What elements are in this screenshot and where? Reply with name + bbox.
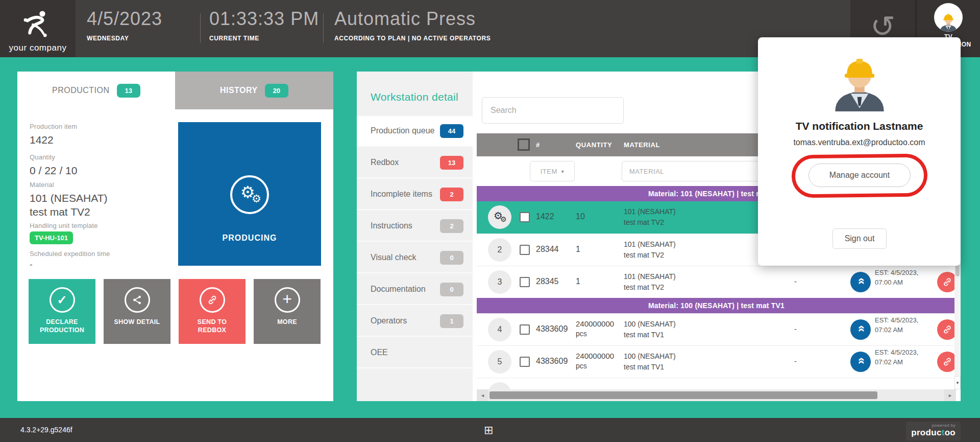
row-number-badge: 3 bbox=[488, 270, 511, 294]
material-value-name: test mat TV2 bbox=[30, 206, 90, 218]
row-estimate: EST: 4/5/2023, 07:02 AM bbox=[875, 316, 922, 335]
sidebar-item-oee[interactable]: OEE bbox=[357, 338, 473, 368]
brand-name: productoo bbox=[911, 428, 955, 438]
table-row[interactable]: 5 4383609 240000000pcs 100 (NESAHAT)test… bbox=[477, 345, 956, 378]
row-checkbox[interactable] bbox=[520, 245, 530, 255]
footer-bar: 4.3.2+29.g5246f ⊞ powered by productoo bbox=[0, 418, 980, 442]
row-number-badge: 2 bbox=[488, 238, 511, 262]
row-material: 101 (NESAHAT)test mat TV2 bbox=[624, 206, 676, 228]
quantity-value: 0 / 22 / 10 bbox=[30, 165, 77, 177]
double-chevron-up-icon: » bbox=[854, 357, 867, 364]
row-quantity: 240000000pcs bbox=[576, 319, 614, 338]
company-logo[interactable]: your company bbox=[0, 0, 76, 57]
search-input[interactable] bbox=[482, 97, 624, 124]
row-estimate: EST: 4/5/2023, 07:00 AM bbox=[875, 268, 922, 288]
select-all-checkbox[interactable] bbox=[518, 138, 530, 151]
horizontal-scrollbar[interactable]: ◄ ► bbox=[477, 389, 956, 401]
popup-user-email: tomas.ventruba.ext@productoo.com bbox=[758, 138, 961, 147]
row-item-number: 28345 bbox=[536, 277, 559, 286]
tab-history[interactable]: HISTORY 20 bbox=[175, 72, 333, 109]
more-button[interactable]: + MORE bbox=[254, 279, 321, 344]
link-icon bbox=[200, 287, 225, 313]
row-checkbox[interactable] bbox=[520, 277, 530, 287]
check-icon: ✓ bbox=[50, 287, 75, 313]
sidebar-item-production-queue[interactable]: Production queue 44 bbox=[357, 116, 473, 147]
declare-production-button[interactable]: ✓ DECLARE PRODUCTION bbox=[29, 279, 95, 344]
workstation-sidebar: Workstation detail Production queue 44 R… bbox=[357, 72, 473, 401]
row-checkbox[interactable] bbox=[520, 324, 530, 335]
header-date: 4/5/2023 WEDNESDAY bbox=[87, 8, 162, 42]
move-to-top-button[interactable]: » bbox=[850, 319, 871, 340]
link-icon bbox=[942, 357, 952, 367]
row-number-badge: 5 bbox=[488, 350, 511, 374]
account-popup: TV notification Lastname tomas.ventruba.… bbox=[758, 37, 961, 266]
row-number-badge bbox=[488, 382, 511, 389]
row-item-number: 28344 bbox=[536, 245, 559, 254]
sidebar-item-documentation[interactable]: Documentation 0 bbox=[357, 274, 473, 305]
producing-status-tile[interactable]: ⚙ ⚙ PRODUCING bbox=[178, 122, 321, 266]
row-item-number: 4383609 bbox=[536, 357, 568, 366]
send-to-redbox-button[interactable]: SEND TO REDBOX bbox=[179, 279, 246, 344]
production-queue-badge: 44 bbox=[440, 124, 463, 138]
material-group-header: Material: 100 (NESAHAT) | test mat TV1 bbox=[477, 298, 956, 313]
column-material: MATERIAL bbox=[624, 133, 660, 156]
scroll-left-arrow[interactable]: ◄ bbox=[477, 389, 488, 401]
row-quantity: 1 bbox=[576, 277, 580, 286]
row-item-number: 4383609 bbox=[536, 324, 568, 334]
production-count-badge: 13 bbox=[117, 84, 140, 98]
scroll-down-arrow[interactable]: ▼ bbox=[954, 376, 961, 389]
row-quantity: 10 bbox=[576, 212, 585, 221]
date-value: 4/5/2023 bbox=[87, 8, 162, 30]
sign-out-button[interactable]: Sign out bbox=[832, 228, 887, 249]
date-label: WEDNESDAY bbox=[87, 35, 162, 42]
sidebar-item-visual-check[interactable]: Visual check 0 bbox=[357, 243, 473, 273]
move-to-top-button[interactable]: » bbox=[850, 272, 871, 292]
production-item-value: 1422 bbox=[30, 134, 54, 146]
horizontal-scrollbar-thumb[interactable] bbox=[489, 391, 877, 399]
sidebar-item-instructions[interactable]: Instructions 2 bbox=[357, 211, 473, 242]
sidebar-item-incomplete-items[interactable]: Incomplete items 2 bbox=[357, 179, 473, 210]
table-row[interactable]: 3 28345 1 101 (NESAHAT)test mat TV2 - » … bbox=[477, 266, 956, 298]
visual-check-badge: 0 bbox=[440, 251, 463, 265]
table-row[interactable]: 4 4383609 240000000pcs 100 (NESAHAT)test… bbox=[477, 313, 956, 345]
double-chevron-up-icon: » bbox=[854, 277, 867, 284]
time-label: CURRENT TIME bbox=[209, 35, 319, 42]
instructions-badge: 2 bbox=[440, 219, 463, 233]
column-quantity: QUANTITY bbox=[576, 133, 612, 156]
row-checkbox[interactable] bbox=[520, 212, 530, 222]
link-icon bbox=[942, 277, 952, 287]
move-to-top-button[interactable]: » bbox=[850, 352, 871, 372]
redbox-badge: 13 bbox=[440, 156, 463, 170]
row-quantity: 240000000pcs bbox=[576, 352, 614, 370]
header-divider bbox=[200, 13, 201, 43]
app-version: 4.3.2+29.g5246f bbox=[20, 426, 72, 434]
header-time: 01:33:33 PM CURRENT TIME bbox=[209, 8, 319, 42]
sidebar-item-redbox[interactable]: Redbox 13 bbox=[357, 148, 473, 178]
table-row-partial[interactable] bbox=[477, 378, 956, 389]
header-divider bbox=[323, 13, 324, 43]
item-filter-dropdown[interactable]: ITEM ▾ bbox=[530, 161, 575, 181]
powered-by-label: powered by bbox=[911, 423, 955, 428]
detail-share-icon bbox=[125, 287, 150, 313]
manage-account-button[interactable]: Manage account bbox=[808, 164, 911, 187]
row-material: 101 (NESAHAT)test mat TV2 bbox=[624, 239, 676, 261]
row-quantity: 1 bbox=[576, 245, 580, 254]
tab-production[interactable]: PRODUCTION 13 bbox=[17, 72, 175, 109]
row-expedition-value: - bbox=[794, 277, 797, 286]
sidebar-item-operators[interactable]: Operators 1 bbox=[357, 306, 473, 337]
popup-worker-avatar-icon bbox=[758, 52, 961, 111]
production-item-label: Production item bbox=[30, 123, 77, 130]
show-detail-button[interactable]: SHOW DETAIL bbox=[104, 279, 170, 344]
row-material: 100 (NESAHAT)test mat TV1 bbox=[624, 351, 676, 373]
gears-icon: ⚙ ⚙ bbox=[230, 175, 269, 214]
double-chevron-up-icon: » bbox=[854, 325, 867, 332]
time-value: 01:33:33 PM bbox=[209, 8, 319, 30]
productoo-logo: powered by productoo bbox=[906, 422, 961, 440]
row-checkbox[interactable] bbox=[520, 357, 530, 367]
apps-grid-icon[interactable]: ⊞ bbox=[484, 424, 493, 437]
company-logo-icon bbox=[18, 9, 58, 42]
workstation-name: Automatic Press bbox=[334, 8, 491, 30]
expedition-time-value: - bbox=[30, 260, 33, 270]
scroll-right-arrow[interactable]: ► bbox=[944, 389, 956, 401]
user-avatar[interactable] bbox=[934, 3, 963, 32]
